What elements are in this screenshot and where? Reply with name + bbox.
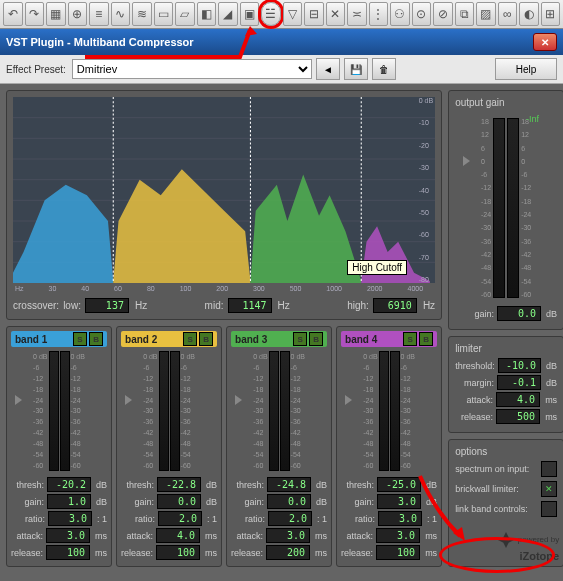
band-release-input[interactable]: 100: [156, 545, 200, 560]
output-gain-input[interactable]: 0.0: [497, 306, 541, 321]
tool-icon[interactable]: ◢: [218, 2, 238, 26]
band-gain-input[interactable]: 3.0: [377, 494, 421, 509]
band-attack-input[interactable]: 4.0: [156, 528, 200, 543]
tool-icon[interactable]: ⊘: [433, 2, 453, 26]
opt-spectrum-checkbox[interactable]: [541, 461, 557, 477]
band-solo-button[interactable]: S: [183, 332, 197, 346]
band-thresh-input[interactable]: -24.8: [267, 477, 311, 492]
tool-icon[interactable]: ⧉: [455, 2, 475, 26]
band-attack-input[interactable]: 3.0: [266, 528, 310, 543]
spectrum-tooltip: High Cutoff: [347, 260, 407, 275]
band-gain-input[interactable]: 1.0: [47, 494, 91, 509]
tool-icon[interactable]: ▭: [154, 2, 174, 26]
tool-icon[interactable]: ▱: [175, 2, 195, 26]
band-attack-input[interactable]: 3.0: [46, 528, 90, 543]
help-button[interactable]: Help: [495, 58, 557, 80]
band-gain-input[interactable]: 0.0: [157, 494, 201, 509]
tool-icon[interactable]: ▨: [476, 2, 496, 26]
band-3-panel: band 3SB0 dB-6-12-18-24-30-36-42-48-54-6…: [226, 326, 332, 567]
limiter-panel: limiter threshold:-10.0dB margin:-0.1dB …: [448, 336, 563, 433]
limiter-threshold-input[interactable]: -10.0: [498, 358, 541, 373]
limiter-release-input[interactable]: 500: [496, 409, 540, 424]
spectrum-display[interactable]: High Cutoff 0 dB-10-20-30-40-50-60-70-80: [13, 97, 435, 283]
tool-icon[interactable]: ≍: [347, 2, 367, 26]
tool-icon[interactable]: ◧: [197, 2, 217, 26]
band-ratio-input[interactable]: 3.0: [378, 511, 422, 526]
preset-prev-button[interactable]: ◄: [316, 58, 340, 80]
tool-icon[interactable]: ∿: [111, 2, 131, 26]
opt-brickwall-checkbox[interactable]: ✕: [541, 481, 557, 497]
band-meter: 0 dB-6-12-18-24-30-36-42-48-54-600 dB-6-…: [231, 347, 327, 475]
preset-select[interactable]: Dmitriev: [72, 59, 312, 79]
tool-icon[interactable]: ⊞: [541, 2, 561, 26]
band-solo-button[interactable]: S: [403, 332, 417, 346]
band-release-input[interactable]: 100: [46, 545, 90, 560]
band-bypass-button[interactable]: B: [199, 332, 213, 346]
band-thresh-input[interactable]: -25.0: [377, 477, 421, 492]
band-header[interactable]: band 3SB: [231, 331, 327, 347]
crossover-row: crossover: low: 137Hz mid: 1147Hz high: …: [13, 298, 435, 313]
band-ratio-input[interactable]: 2.0: [158, 511, 202, 526]
band-slider-handle[interactable]: [345, 395, 352, 405]
band-solo-button[interactable]: S: [73, 332, 87, 346]
output-meter-bar: [493, 118, 505, 298]
tool-icon[interactable]: ⋮: [369, 2, 389, 26]
xover-high-input[interactable]: 6910: [373, 298, 417, 313]
tool-icon[interactable]: ≡: [89, 2, 109, 26]
tool-icon[interactable]: ▣: [240, 2, 260, 26]
output-slider-handle[interactable]: [463, 156, 470, 166]
opt-spectrum-label: spectrum on input:: [455, 464, 529, 474]
band-name: band 4: [345, 334, 377, 345]
band-solo-button[interactable]: S: [293, 332, 307, 346]
limiter-title: limiter: [455, 343, 557, 354]
close-button[interactable]: ✕: [533, 33, 557, 51]
preset-label: Effect Preset:: [6, 64, 66, 75]
band-header[interactable]: band 2SB: [121, 331, 217, 347]
preset-delete-button[interactable]: 🗑: [372, 58, 396, 80]
tool-icon[interactable]: ⚇: [390, 2, 410, 26]
opt-link-checkbox[interactable]: [541, 501, 557, 517]
band-release-input[interactable]: 100: [376, 545, 420, 560]
xover-mid-input[interactable]: 1147: [228, 298, 272, 313]
preset-bar: Effect Preset: Dmitriev ◄ 💾 🗑 Help: [0, 55, 563, 84]
izotope-logo: powered byiZotope: [496, 530, 560, 562]
band-slider-handle[interactable]: [125, 395, 132, 405]
window-titlebar[interactable]: VST Plugin - Multiband Compressor ✕: [0, 29, 563, 55]
band-ratio-input[interactable]: 2.0: [268, 511, 312, 526]
band-ratio-input[interactable]: 3.0: [48, 511, 92, 526]
band-bypass-button[interactable]: B: [89, 332, 103, 346]
band-gain-input[interactable]: 0.0: [267, 494, 311, 509]
limiter-margin-input[interactable]: -0.1: [497, 375, 541, 390]
preset-save-button[interactable]: 💾: [344, 58, 368, 80]
limiter-attack-input[interactable]: 4.0: [496, 392, 540, 407]
tool-icon[interactable]: ⊟: [304, 2, 324, 26]
opt-link-label: link band controls:: [455, 504, 528, 514]
output-title: output gain: [455, 97, 557, 108]
tool-icon[interactable]: ≋: [132, 2, 152, 26]
tool-icon[interactable]: ▽: [283, 2, 303, 26]
xover-mid-label: mid:: [205, 300, 224, 311]
spectrum-x-scale: Hz30406080100200300500100020004000: [13, 283, 435, 292]
band-thresh-input[interactable]: -20.2: [47, 477, 91, 492]
band-header[interactable]: band 4SB: [341, 331, 437, 347]
band-bypass-button[interactable]: B: [309, 332, 323, 346]
tool-undo-icon[interactable]: ↶: [3, 2, 23, 26]
xover-low-input[interactable]: 137: [85, 298, 129, 313]
tool-icon[interactable]: ⊙: [412, 2, 432, 26]
tool-icon[interactable]: ∞: [498, 2, 518, 26]
tool-icon[interactable]: ⊕: [68, 2, 88, 26]
band-attack-input[interactable]: 3.0: [376, 528, 420, 543]
tool-icon[interactable]: ◐: [519, 2, 539, 26]
tool-redo-icon[interactable]: ↷: [25, 2, 45, 26]
band-bypass-button[interactable]: B: [419, 332, 433, 346]
tool-icon[interactable]: ▦: [46, 2, 66, 26]
tool-icon[interactable]: ✕: [326, 2, 346, 26]
band-name: band 1: [15, 334, 47, 345]
tool-multiband-icon[interactable]: ☱: [261, 2, 281, 26]
band-thresh-input[interactable]: -22.8: [157, 477, 201, 492]
band-release-input[interactable]: 200: [266, 545, 310, 560]
band-slider-handle[interactable]: [15, 395, 22, 405]
band-meter: 0 dB-6-12-18-24-30-36-42-48-54-600 dB-6-…: [11, 347, 107, 475]
band-header[interactable]: band 1SB: [11, 331, 107, 347]
band-slider-handle[interactable]: [235, 395, 242, 405]
